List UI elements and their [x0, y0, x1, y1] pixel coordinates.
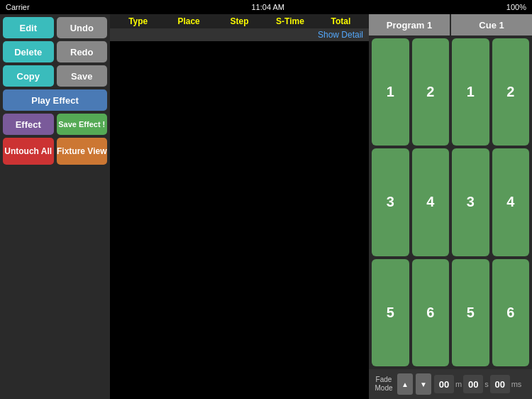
program-button[interactable]: Program 1 — [369, 14, 450, 35]
show-detail-row[interactable]: Show Detail — [110, 28, 369, 41]
num-btn-6a[interactable]: 6 — [412, 259, 450, 366]
num-btn-3b[interactable]: 3 — [452, 148, 489, 256]
num-btn-3a[interactable]: 3 — [372, 148, 409, 256]
table-header: Type Place Step S-Time Total — [110, 14, 369, 28]
num-row-2: 3 4 3 4 — [372, 148, 529, 256]
status-bar: Carrier 11:04 AM 100% — [0, 0, 532, 14]
num-btn-1a[interactable]: 1 — [372, 38, 409, 146]
number-grid: 1 2 1 2 3 4 3 4 5 6 5 6 — [369, 35, 532, 369]
copy-save-row: Copy Save — [3, 65, 107, 87]
fade-ms-unit: ms — [511, 380, 522, 388]
fade-ms: 00 — [490, 375, 510, 393]
effect-button[interactable]: Effect — [3, 114, 54, 135]
effect-row: Effect Save Effect ! — [3, 114, 107, 135]
num-row-1: 1 2 1 2 — [372, 38, 529, 146]
edit-button[interactable]: Edit — [3, 17, 54, 38]
fixture-view-button[interactable]: Fixture View — [57, 138, 108, 165]
fade-mm: 00 — [434, 375, 454, 393]
copy-button[interactable]: Copy — [3, 65, 54, 87]
num-btn-5b[interactable]: 5 — [452, 259, 489, 366]
num-btn-5a[interactable]: 5 — [372, 259, 409, 366]
left-panel: Edit Undo Delete Redo Copy Save Play Eff… — [0, 14, 110, 399]
table-body — [110, 41, 369, 399]
right-panel: Program 1 Cue 1 1 2 1 2 3 4 3 4 5 6 5 6 — [369, 14, 532, 399]
fade-up-arrow[interactable]: ▲ — [397, 373, 413, 395]
fade-mode-row: Fade Mode ▲ ▼ 00 m 00 s 00 ms — [369, 369, 532, 399]
untouch-row: Untouch All Fixture View — [3, 138, 107, 165]
num-btn-4a[interactable]: 4 — [412, 148, 450, 256]
show-detail-text[interactable]: Show Detail — [318, 30, 363, 40]
redo-button[interactable]: Redo — [57, 41, 108, 62]
num-btn-2a[interactable]: 2 — [412, 38, 450, 146]
col-stime: S-Time — [265, 16, 315, 26]
fade-ss: 00 — [463, 375, 483, 393]
untouch-all-button[interactable]: Untouch All — [3, 138, 54, 165]
main-layout: Edit Undo Delete Redo Copy Save Play Eff… — [0, 14, 532, 399]
num-btn-2b[interactable]: 2 — [492, 38, 530, 146]
num-btn-6b[interactable]: 6 — [492, 259, 530, 366]
delete-redo-row: Delete Redo — [3, 41, 107, 62]
delete-button[interactable]: Delete — [3, 41, 54, 62]
carrier-text: Carrier — [6, 3, 30, 11]
num-btn-1b[interactable]: 1 — [452, 38, 489, 146]
edit-undo-row: Edit Undo — [3, 17, 107, 38]
col-total: Total — [316, 16, 366, 26]
col-type: Type — [113, 16, 163, 26]
cue-button[interactable]: Cue 1 — [451, 14, 532, 35]
num-row-3: 5 6 5 6 — [372, 259, 529, 366]
undo-button[interactable]: Undo — [57, 17, 108, 38]
col-step: Step — [214, 16, 265, 26]
save-button[interactable]: Save — [57, 65, 108, 87]
fade-down-arrow[interactable]: ▼ — [416, 373, 431, 395]
play-effect-button[interactable]: Play Effect — [3, 89, 107, 111]
save-effect-button[interactable]: Save Effect ! — [57, 114, 108, 135]
center-panel: Type Place Step S-Time Total Show Detail — [110, 14, 369, 399]
time-text: 11:04 AM — [252, 3, 284, 11]
fade-mode-label: Fade Mode — [373, 376, 394, 393]
battery-text: 100% — [506, 3, 526, 11]
fade-s-unit: s — [484, 380, 489, 388]
fade-display: 00 m 00 s 00 ms — [434, 375, 521, 393]
prog-cue-header: Program 1 Cue 1 — [369, 14, 532, 35]
fade-m-unit: m — [455, 380, 462, 388]
num-btn-4b[interactable]: 4 — [492, 148, 530, 256]
col-place: Place — [163, 16, 214, 26]
